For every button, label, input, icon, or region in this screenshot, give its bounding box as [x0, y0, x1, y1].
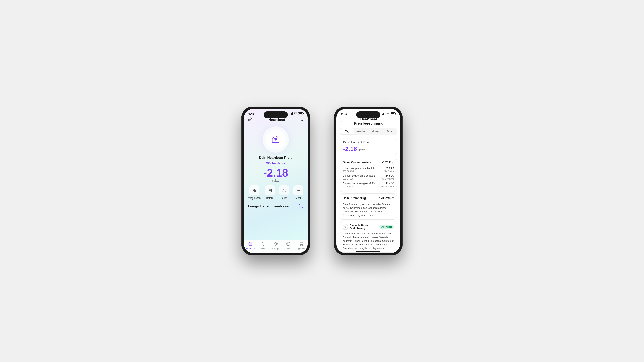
strombezug-value: 170 kWh: [379, 196, 391, 200]
period-text: Wöchentlich: [266, 162, 283, 165]
nav-upgrades[interactable]: Upgrades: [295, 242, 308, 250]
action-teilen[interactable]: Teilen: [279, 185, 289, 200]
bottom-nav: Heartbeat Live Energie: [244, 240, 308, 253]
phone-1: 9:41: [242, 107, 310, 255]
svg-point-8: [300, 190, 300, 191]
action-mehr[interactable]: Mehr: [294, 185, 304, 200]
pulse-left: Dynamic Pulse Optimierung: [343, 224, 379, 230]
nav-live-label: Live: [261, 248, 265, 250]
cost-row-2: Du hast Solarenergie verkauft -54.51 € 6…: [343, 174, 394, 180]
page-title-2: Heartbeat Preisberechnung: [347, 117, 390, 126]
section-header: Energy Trader Strombörse: [244, 204, 308, 209]
nav-live[interactable]: Live: [256, 242, 269, 250]
status-icons-2: [382, 112, 396, 115]
big-price: -2.18: [249, 167, 303, 178]
main-content-1: Dein Heartbeat Preis Wöchentlich ▾ -2.18…: [244, 156, 308, 182]
mehr-label: Mehr: [296, 197, 301, 200]
vergleichen-label: Vergleichen: [248, 197, 260, 200]
time-2: 9:41: [341, 112, 347, 115]
section-title: Energy Trader Strombörse: [248, 205, 288, 208]
nav-upgrades-label: Upgrades: [297, 248, 306, 250]
svg-point-12: [302, 245, 303, 246]
nav-impact-label: Impact: [285, 248, 292, 250]
nav-heartbeat-label: Heartbeat: [246, 248, 255, 250]
cost-sub-rows: Deine Solarproduktion kostet 39.39 € 787…: [340, 167, 397, 192]
time-1: 9:41: [248, 112, 254, 115]
price-card: Dein Heartbeat Preis -2.18 ct/kWh: [340, 138, 397, 155]
nav-energie-label: Energie: [272, 248, 279, 250]
action-details[interactable]: Details: [265, 185, 275, 200]
tab-woche[interactable]: Woche: [354, 128, 368, 134]
dynamic-island-1: [264, 111, 288, 118]
svg-point-1: [254, 190, 256, 192]
gesamtkosten-section: Deine Gesamtkosten -3,70 € Deine Solarpr…: [340, 158, 397, 192]
nav-energie[interactable]: Energie: [269, 242, 282, 250]
tab-tag[interactable]: Tag: [340, 128, 354, 134]
gesamtkosten-row[interactable]: Deine Gesamtkosten -3,70 €: [340, 158, 397, 167]
subscribed-badge: Abonniert: [379, 225, 394, 229]
page-title-1: Heartbeat: [268, 118, 285, 122]
battery-icon: [298, 112, 303, 115]
gesamtkosten-chevron: [392, 162, 394, 163]
strombezug-main-row[interactable]: Dein Strombezug 170 kWh: [340, 194, 397, 203]
cost-row-3: Du hast Netzstrom gekauft für 11.42 € 54…: [343, 182, 394, 188]
mehr-icon: [294, 185, 304, 195]
nav-impact[interactable]: Impact: [282, 242, 295, 250]
house-heart-icon: [271, 135, 280, 144]
price-card-value: -2.18: [343, 145, 357, 152]
nav-impact-icon: [286, 242, 290, 247]
action-row: Vergleichen Details: [244, 185, 308, 200]
signal-icon: [290, 112, 293, 115]
details-label: Details: [266, 197, 274, 200]
nav-heartbeat-icon: [248, 242, 252, 247]
details-icon: [265, 185, 275, 195]
signal-icon-2: [382, 112, 386, 115]
strombezug-label: Dein Strombezug: [343, 196, 366, 200]
svg-point-6: [297, 190, 298, 191]
teilen-label: Teilen: [281, 197, 287, 200]
tab-monat[interactable]: Monat: [368, 128, 382, 134]
main-price-label: Dein Heartbeat Preis: [249, 156, 303, 160]
dynamic-island-2: [356, 111, 380, 118]
cost-row-1: Deine Solarproduktion kostet 39.39 € 787…: [343, 167, 394, 172]
pulse-name: Dynamic Pulse Optimierung: [350, 224, 379, 230]
phone-2: 9:41 ←: [334, 107, 402, 255]
nav-heartbeat[interactable]: Heartbeat: [244, 242, 256, 250]
scan-icon[interactable]: [299, 204, 304, 209]
menu-icon[interactable]: ≡: [301, 118, 304, 122]
vergleichen-icon: [249, 185, 260, 195]
gesamtkosten-amount: -3,70 €: [382, 161, 391, 164]
price-card-label: Dein Heartbeat Preis: [343, 141, 394, 144]
gesamtkosten-label: Deine Gesamtkosten: [343, 161, 371, 164]
wifi-icon: [294, 112, 297, 115]
nav-live-icon: [261, 242, 265, 247]
action-vergleichen[interactable]: Vergleichen: [248, 185, 260, 200]
battery-icon-2: [391, 112, 396, 115]
price-unit: ct/kW: [249, 179, 303, 182]
wifi-icon-2: [386, 112, 390, 115]
strombezug-description: Dein Strombezug setzt sich aus der Summe…: [340, 203, 397, 219]
strombezug-chevron: [392, 198, 394, 199]
tab-jahr[interactable]: Jahr: [382, 128, 396, 134]
svg-marker-9: [274, 242, 278, 246]
pulse-circle-icon: [343, 224, 348, 230]
price-card-unit: ct/kWh: [358, 148, 366, 151]
nav-energie-icon: [274, 242, 278, 247]
pulse-header: Dynamic Pulse Optimierung Abonniert: [343, 224, 394, 230]
status-icons-1: [290, 112, 303, 115]
svg-point-11: [300, 245, 301, 246]
hero-circle: [244, 124, 308, 156]
nav-upgrades-icon: [299, 242, 303, 247]
dynamic-pulse-card: Dynamic Pulse Optimierung Abonniert Dein…: [340, 221, 397, 253]
period-selector[interactable]: Wöchentlich ▾: [266, 162, 285, 165]
teilen-icon: [279, 185, 289, 195]
tab-bar: Tag Woche Monat Jahr: [340, 128, 397, 135]
back-button[interactable]: ←: [340, 119, 344, 124]
svg-point-7: [298, 190, 299, 191]
period-chevron-icon: ▾: [284, 162, 285, 165]
home-bar-2: [356, 251, 380, 252]
strombezug-section: Dein Strombezug 170 kWh Dein Strombezug …: [340, 193, 397, 220]
home-header-icon[interactable]: [248, 117, 252, 122]
pulse-description: Dein Stromverbrauch aus dem Netz wird vo…: [343, 232, 394, 250]
